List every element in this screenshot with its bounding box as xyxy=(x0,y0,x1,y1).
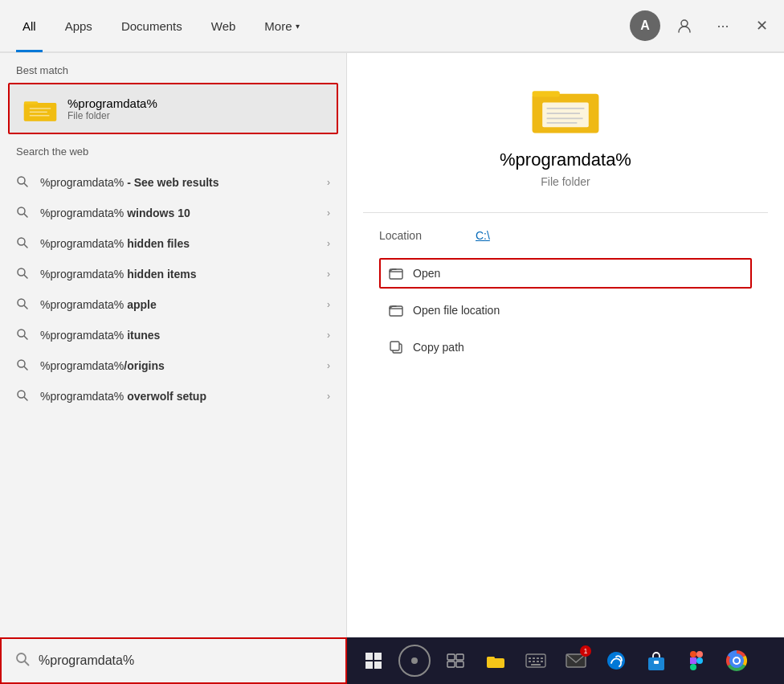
web-search-label: Search the web xyxy=(0,134,346,164)
taskbar: 1 xyxy=(347,637,784,684)
svg-line-18 xyxy=(25,337,28,340)
tab-more[interactable]: More ▾ xyxy=(250,0,313,52)
edge-button[interactable] xyxy=(598,642,635,679)
best-match-text: %programdata% File folder xyxy=(67,96,157,121)
list-item[interactable]: %programdata% apple › xyxy=(0,289,346,320)
svg-line-8 xyxy=(25,184,28,187)
file-explorer-icon xyxy=(485,652,506,670)
task-view-icon xyxy=(447,653,464,668)
list-item[interactable]: %programdata% overwolf setup › xyxy=(0,381,346,412)
store-icon xyxy=(647,650,666,671)
svg-rect-54 xyxy=(537,661,539,662)
chevron-right-icon: › xyxy=(327,360,330,371)
tab-documents[interactable]: Documents xyxy=(107,0,197,52)
svg-rect-64 xyxy=(690,664,696,670)
svg-rect-49 xyxy=(533,657,535,659)
taskbar-search-button[interactable] xyxy=(398,645,431,677)
list-item[interactable]: %programdata% itunes › xyxy=(0,320,346,350)
store-button[interactable] xyxy=(638,642,675,679)
right-panel: %programdata% File folder Location C:\ O… xyxy=(347,53,784,637)
chevron-right-icon: › xyxy=(327,391,330,402)
chevron-right-icon: › xyxy=(327,299,330,310)
avatar[interactable]: A xyxy=(630,10,660,41)
search-icon xyxy=(16,297,31,312)
search-icon xyxy=(16,389,31,403)
person-icon xyxy=(676,18,692,34)
svg-point-7 xyxy=(18,177,25,184)
result-title: %programdata% xyxy=(500,149,631,170)
tab-web[interactable]: Web xyxy=(197,0,251,52)
search-input[interactable] xyxy=(39,653,333,668)
ellipsis-icon: ··· xyxy=(717,18,729,35)
copy-path-button[interactable]: Copy path xyxy=(379,332,752,362)
best-match-label: Best match xyxy=(0,53,346,83)
edge-icon xyxy=(606,650,627,671)
svg-line-14 xyxy=(25,276,28,279)
svg-point-15 xyxy=(18,299,25,306)
svg-line-20 xyxy=(25,367,28,371)
circle-dot xyxy=(411,657,418,664)
svg-point-19 xyxy=(18,360,25,367)
location-label: Location xyxy=(379,229,443,242)
best-match-subtitle: File folder xyxy=(67,110,157,121)
svg-line-12 xyxy=(25,245,28,248)
more-options-button[interactable]: ··· xyxy=(708,11,737,40)
svg-rect-43 xyxy=(447,661,455,667)
result-subtitle: File folder xyxy=(541,175,590,188)
svg-rect-41 xyxy=(447,654,455,660)
main-layout: Best match %programdata% File folder Sea… xyxy=(0,53,784,637)
svg-point-11 xyxy=(18,238,25,245)
best-match-title: %programdata% xyxy=(67,96,157,110)
list-item[interactable]: %programdata% - See web results › xyxy=(0,167,346,198)
svg-rect-55 xyxy=(541,661,543,662)
mail-button[interactable]: 1 xyxy=(557,642,594,679)
tab-all[interactable]: All xyxy=(8,0,51,52)
search-icon-bottom xyxy=(14,651,31,671)
copy-path-label: Copy path xyxy=(413,341,464,354)
svg-line-16 xyxy=(25,306,28,309)
list-item[interactable]: %programdata%/origins › xyxy=(0,350,346,381)
svg-point-0 xyxy=(681,20,688,27)
svg-rect-37 xyxy=(365,653,373,660)
figma-button[interactable] xyxy=(678,642,715,679)
svg-rect-42 xyxy=(456,654,463,660)
svg-rect-50 xyxy=(537,657,539,659)
svg-line-36 xyxy=(25,661,29,666)
svg-rect-46 xyxy=(487,657,495,660)
chrome-button[interactable] xyxy=(718,642,755,679)
search-icon xyxy=(16,236,31,251)
folder-icon-large xyxy=(22,94,58,123)
best-match-item[interactable]: %programdata% File folder xyxy=(8,83,338,134)
svg-line-10 xyxy=(25,215,28,218)
task-view-button[interactable] xyxy=(437,642,474,679)
svg-point-9 xyxy=(18,207,25,215)
file-explorer-button[interactable] xyxy=(477,642,514,679)
search-icon xyxy=(16,206,31,220)
svg-rect-25 xyxy=(533,91,560,96)
top-navigation: All Apps Documents Web More ▾ A ··· ✕ xyxy=(0,0,784,53)
close-button[interactable]: ✕ xyxy=(747,11,776,40)
location-value[interactable]: C:\ xyxy=(476,229,490,242)
result-meta: Location C:\ xyxy=(363,229,768,242)
start-button[interactable] xyxy=(355,642,392,679)
file-location-icon xyxy=(387,301,405,319)
list-item[interactable]: %programdata% hidden files › xyxy=(0,228,346,259)
svg-rect-53 xyxy=(533,661,535,662)
windows-logo-icon xyxy=(364,651,383,670)
svg-rect-56 xyxy=(531,664,541,666)
svg-point-35 xyxy=(17,653,26,662)
search-icon xyxy=(16,358,31,373)
list-item[interactable]: %programdata% windows 10 › xyxy=(0,198,346,228)
tab-apps[interactable]: Apps xyxy=(51,0,107,52)
close-icon: ✕ xyxy=(756,17,768,35)
svg-rect-40 xyxy=(374,661,382,669)
person-icon-button[interactable] xyxy=(670,11,699,40)
open-file-location-button[interactable]: Open file location xyxy=(379,295,752,326)
svg-point-65 xyxy=(696,657,703,664)
svg-point-21 xyxy=(18,391,25,398)
svg-rect-60 xyxy=(654,661,659,664)
open-button[interactable]: Open xyxy=(379,258,752,289)
keyboard-button[interactable] xyxy=(517,642,554,679)
svg-rect-52 xyxy=(529,661,531,662)
list-item[interactable]: %programdata% hidden items › xyxy=(0,259,346,289)
